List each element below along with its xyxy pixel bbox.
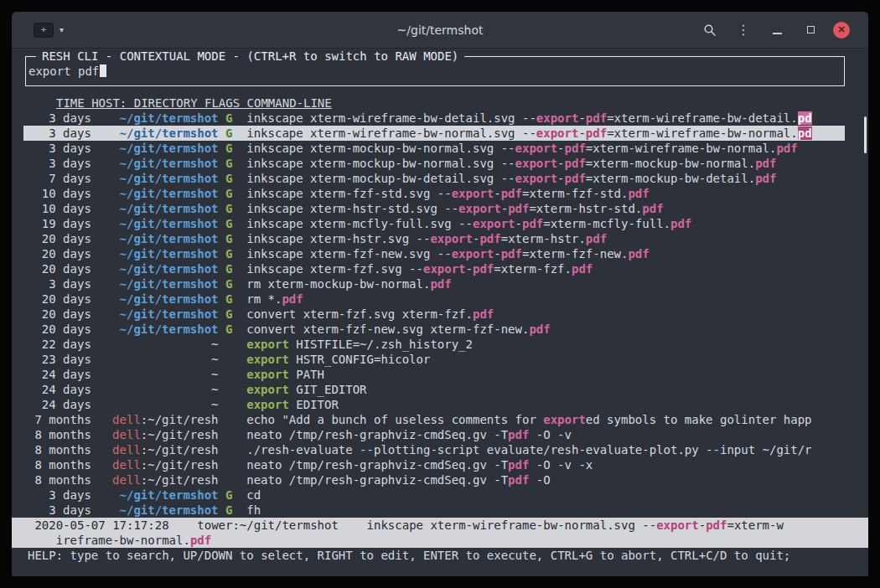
menu-kebab-icon: ⋮ [737,23,750,37]
scrollbar-thumb[interactable] [864,116,867,153]
row-command: export HISTFILE=~/.zsh_history_2 [246,337,845,352]
dir-segment: dell [112,443,141,456]
dir-segment: ~/git/termshot [120,503,219,517]
row-directory: ~/git/termshot [91,487,219,503]
history-row[interactable]: 22 days~export HISTFILE=~/.zsh_history_2 [23,337,845,352]
history-row[interactable]: 8 monthsdell:~/git/reshneato /tmp/resh-g… [23,472,845,487]
row-command: rm *.pdf [246,291,845,307]
command-segment: - [466,262,473,276]
command-segment: export [430,232,473,245]
command-segment: export [246,368,289,381]
command-segment: pdf [628,247,649,260]
command-segment: echo "Add a bunch of useless comments fo… [246,413,543,426]
row-command: inkscape xterm-mockup-bw-detail.svg --ex… [246,171,845,186]
menu-button[interactable]: ⋮ [732,19,754,41]
row-time: 8 months [28,427,91,442]
minimize-button[interactable] [766,19,788,41]
row-directory: ~/git/termshot [91,231,219,246]
row-directory: ~/git/termshot [91,201,219,216]
history-row[interactable]: 24 days~export EDITOR [23,397,845,412]
row-time: 22 days [28,337,91,352]
row-time: 7 months [28,412,91,427]
dir-segment: ~/git/termshot [120,202,219,215]
history-row[interactable]: 8 monthsdell:~/git/resh./resh-evaluate -… [23,442,845,457]
command-segment: - [557,142,564,155]
command-segment: - [515,217,522,230]
history-row[interactable]: 3 days~/git/termshotGrm xterm-mockup-bw-… [23,276,845,291]
history-row[interactable]: 3 days~/git/termshotGinkscape xterm-mock… [23,156,845,171]
status-segment: - [699,518,706,532]
history-row[interactable]: 24 days~export PATH [23,367,845,382]
history-row[interactable]: 20 days~/git/termshotGinkscape xterm-fzf… [23,246,845,261]
row-directory: ~/git/termshot [91,216,219,231]
command-segment: - [578,126,585,140]
command-segment: pdf [508,428,529,441]
dir-segment: ~/git/termshot [120,307,219,321]
row-directory: ~/git/termshot [91,186,219,201]
history-row[interactable]: 20 days~/git/termshotGconvert xterm-fzf-… [23,322,845,337]
row-command: convert xterm-fzf-new.svg xterm-fzf-new.… [246,322,845,337]
command-segment: export [515,142,558,155]
history-row[interactable]: 19 days~/git/termshotGinkscape xterm-mcf… [23,216,845,231]
history-row[interactable]: 23 days~export HSTR_CONFIG=hicolor [23,352,845,367]
command-segment: pdf [586,126,607,140]
command-segment: pdf [501,187,522,200]
history-row[interactable]: 3 days~/git/termshotGfh [23,503,845,518]
dir-segment: dell [112,413,141,426]
history-row[interactable]: 10 days~/git/termshotGinkscape xterm-fzf… [23,186,845,201]
row-flags: G [225,322,232,337]
history-row[interactable]: 7 days~/git/termshotGinkscape xterm-mock… [23,171,845,186]
row-time: 20 days [28,307,91,322]
dir-segment: ~ [211,368,218,381]
search-icon [703,23,717,37]
new-terminal-button[interactable]: + [34,23,54,38]
history-row[interactable]: 3 days~/git/termshotGinkscape xterm-wire… [23,111,845,126]
search-input[interactable]: export pdf [28,64,106,79]
history-row[interactable]: 20 days~/git/termshotGconvert xterm-fzf.… [23,307,845,322]
row-directory: ~/git/termshot [91,156,219,171]
history-row[interactable]: 3 days~/git/termshotGinkscape xterm-wire… [23,126,845,141]
row-flags: G [225,231,232,246]
row-command: neato /tmp/resh-graphviz-cmdSeq.gv -Tpdf… [246,457,845,472]
history-row[interactable]: 10 days~/git/termshotGinkscape xterm-hst… [23,201,845,216]
history-row[interactable]: 24 days~export GIT_EDITOR [23,382,845,397]
command-segment: pdf [755,172,776,185]
command-segment: -O -v -x [529,458,593,472]
command-segment: pdf [522,217,543,230]
command-segment: inkscape xterm-mockup-bw-normal.svg -- [246,142,515,155]
history-row[interactable]: 7 monthsdell:~/git/reshecho "Add a bunch… [23,412,845,427]
dir-segment: ~/git/termshot [120,217,219,230]
dir-segment: ~ [211,383,218,396]
dir-segment: ~/git/termshot [120,322,219,336]
search-button[interactable] [699,19,721,41]
row-directory: ~ [91,337,219,352]
row-directory: ~/git/termshot [91,291,219,307]
row-command: inkscape xterm-fzf-std.svg --export-pdf=… [246,186,845,201]
dir-segment: :~/git/resh [141,428,219,441]
command-segment: neato /tmp/resh-graphviz-cmdSeq.gv -T [246,473,508,487]
desktop-background: { "titlebar": { "title": "~/git/termshot… [0,0,880,588]
row-command: export GIT_EDITOR [246,382,845,397]
dir-segment: dell [112,428,141,441]
row-command: inkscape xterm-wireframe-bw-detail.svg -… [246,111,845,126]
row-flags: G [225,156,232,171]
dropdown-caret-icon[interactable]: ▾ [60,25,64,34]
history-row[interactable]: 20 days~/git/termshotGrm *.pdf [23,291,845,307]
command-segment: pdf [776,142,797,155]
history-row[interactable]: 3 days~/git/termshotGinkscape xterm-mock… [23,141,845,156]
row-directory: ~/git/termshot [91,503,219,518]
titlebar[interactable]: + ▾ ~/git/termshot ⋮ ✕ [12,12,868,49]
history-row[interactable]: 8 monthsdell:~/git/reshneato /tmp/resh-g… [23,427,845,442]
close-button[interactable]: ✕ [833,22,850,39]
row-time: 20 days [28,231,91,246]
row-time: 24 days [28,397,91,412]
command-segment: inkscape xterm-mockup-bw-normal.svg -- [246,157,515,170]
history-row[interactable]: 20 days~/git/termshotGinkscape xterm-hst… [23,231,845,246]
dir-segment: :~/git/resh [141,443,219,456]
row-time: 3 days [28,503,91,518]
row-command: inkscape xterm-wireframe-bw-normal.svg -… [246,126,845,141]
restore-button[interactable] [800,19,821,41]
history-row[interactable]: 3 days~/git/termshotGcd [23,487,845,503]
history-row[interactable]: 8 monthsdell:~/git/reshneato /tmp/resh-g… [23,457,845,472]
history-row[interactable]: 20 days~/git/termshotGinkscape xterm-fzf… [23,261,845,276]
